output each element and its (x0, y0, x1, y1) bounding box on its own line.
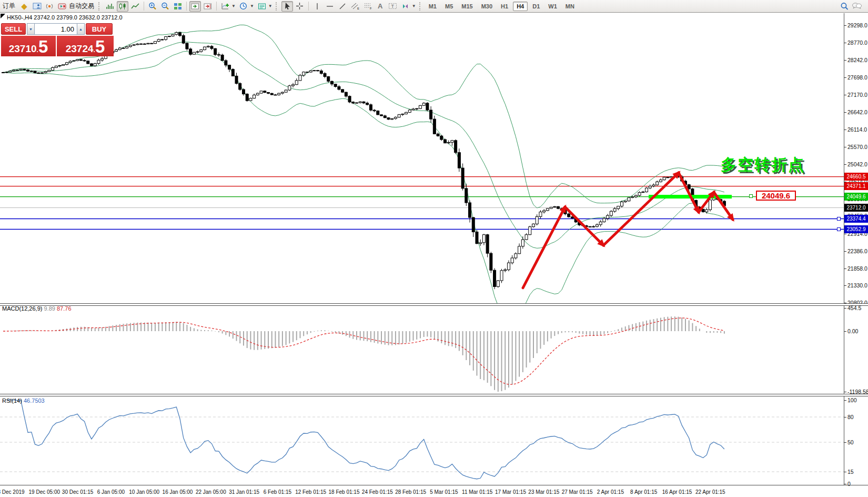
candle-body (617, 206, 620, 209)
new-order-button[interactable]: 订单 (3, 2, 15, 11)
chat-button[interactable] (851, 1, 863, 12)
bar-chart-button[interactable] (104, 1, 116, 12)
candle-body (688, 185, 690, 189)
fibonacci-button[interactable]: F (362, 1, 374, 12)
timeframe-button-m5[interactable]: M5 (441, 2, 457, 11)
crosshair-icon (296, 2, 304, 10)
auto-scroll-button[interactable] (189, 1, 201, 12)
candle-body (186, 43, 188, 49)
candle-body (476, 232, 478, 243)
candlestick-chart-button[interactable] (117, 1, 128, 12)
volume-input[interactable] (35, 23, 77, 35)
timeframe-button-w1[interactable]: W1 (544, 2, 561, 11)
candlesticks (2, 32, 726, 289)
chart-shift-icon (204, 3, 212, 10)
text-button[interactable]: A (375, 1, 386, 12)
green-line-handle[interactable] (749, 194, 753, 198)
candle-body (383, 116, 386, 118)
timeframe-button-m1[interactable]: M1 (425, 2, 440, 11)
macd-rsi-separator[interactable] (0, 394, 868, 396)
candle-body (37, 73, 40, 73)
candle-body (73, 61, 75, 61)
market-watch-button[interactable]: ◆ (18, 1, 30, 12)
candle-body (482, 235, 485, 243)
one-click-trade-panel: SELL ▼ ▲ BUY 23710 . 5 23724 . 5 (1, 23, 114, 56)
timeframe-button-m15[interactable]: M15 (458, 2, 476, 11)
autotrading-label[interactable]: 自动交易 (69, 2, 94, 11)
autotrading-button[interactable] (56, 1, 68, 12)
timeframe-bar: M1M5M15M30H1H4D1W1MN (425, 2, 579, 11)
timeframe-button-h1[interactable]: H1 (497, 2, 512, 11)
candle-body (366, 103, 369, 105)
toolbar-grip[interactable] (98, 2, 100, 11)
crosshair-button[interactable] (294, 1, 306, 12)
templates-dropdown-arrow[interactable]: ▼ (268, 4, 272, 8)
horizontal-line-button[interactable] (324, 1, 336, 12)
price-callout[interactable]: 24049.6 (756, 191, 796, 201)
text-label-button[interactable]: T (387, 1, 399, 12)
candle-body (210, 46, 213, 48)
price-tick-mark (844, 164, 846, 165)
vertical-line-icon (314, 3, 321, 10)
date-label: 31 Jan 01:15 (229, 489, 259, 495)
zigzag-segment[interactable] (679, 173, 699, 212)
price-tag: 24660.5 (844, 173, 868, 181)
candle-body (231, 69, 234, 76)
periods-button[interactable] (238, 1, 249, 12)
one-click-toggle-arrow[interactable] (1, 14, 5, 18)
buy-price[interactable]: 23724 . 5 (57, 36, 114, 56)
sell-price-main: 23710 (9, 43, 37, 55)
blue-line-handle[interactable] (837, 227, 841, 231)
arrows-dropdown-arrow[interactable]: ▼ (412, 4, 416, 8)
timeframe-button-h4[interactable]: H4 (513, 2, 528, 11)
candle-body (490, 253, 492, 270)
turning-point-annotation[interactable]: 多空转折点 (721, 154, 805, 176)
toolbar-grip[interactable] (419, 2, 421, 11)
timeframe-button-d1[interactable]: D1 (529, 2, 543, 11)
templates-button[interactable] (256, 1, 268, 12)
bollinger-bands (3, 25, 724, 321)
main-macd-separator[interactable] (0, 303, 868, 306)
trendline-button[interactable] (337, 1, 348, 12)
macd-signal-line (3, 318, 724, 384)
navigator-button[interactable] (31, 1, 43, 12)
line-chart-button[interactable] (129, 1, 141, 12)
sell-price[interactable]: 23710 . 5 (1, 36, 56, 56)
price-tick-mark (844, 25, 846, 26)
candle-body (274, 95, 277, 95)
indicators-dropdown-arrow[interactable]: ▼ (231, 4, 236, 8)
chart-canvas[interactable] (0, 0, 868, 497)
sell-button[interactable]: SELL (1, 23, 26, 35)
candle-body (69, 61, 72, 63)
volume-increase-button[interactable]: ▲ (77, 23, 85, 35)
toolbar-grip[interactable] (276, 2, 278, 11)
candle-body (437, 134, 439, 136)
vertical-line-button[interactable] (311, 1, 323, 12)
community-button[interactable] (44, 1, 55, 12)
candle-body (634, 195, 637, 197)
zoom-out-button[interactable] (159, 1, 171, 12)
indicators-button[interactable] (219, 1, 231, 12)
buy-button[interactable]: BUY (86, 23, 113, 35)
candle-body (465, 188, 468, 203)
candle-body (221, 55, 224, 61)
cursor-button[interactable] (281, 1, 293, 12)
periods-dropdown-arrow[interactable]: ▼ (250, 4, 254, 8)
text-label-icon: T (388, 2, 397, 10)
candle-body (455, 141, 457, 153)
rsi-tick-label: 100 (847, 397, 857, 403)
macd-tick-mark (844, 392, 846, 392)
horizontal-level-lines[interactable] (0, 177, 844, 230)
channel-button[interactable]: E (349, 1, 361, 12)
search-button[interactable] (839, 1, 850, 12)
timeframe-button-mn[interactable]: MN (562, 2, 578, 11)
candle-body (610, 211, 612, 215)
cursor-icon (284, 2, 291, 10)
volume-decrease-button[interactable]: ▼ (27, 23, 35, 35)
timeframe-button-m30[interactable]: M30 (478, 2, 496, 11)
blue-line-handle[interactable] (837, 217, 841, 221)
arrows-button[interactable] (400, 1, 411, 12)
chart-shift-button[interactable] (202, 1, 214, 12)
zoom-in-button[interactable] (147, 1, 158, 12)
tile-windows-button[interactable] (172, 1, 184, 12)
